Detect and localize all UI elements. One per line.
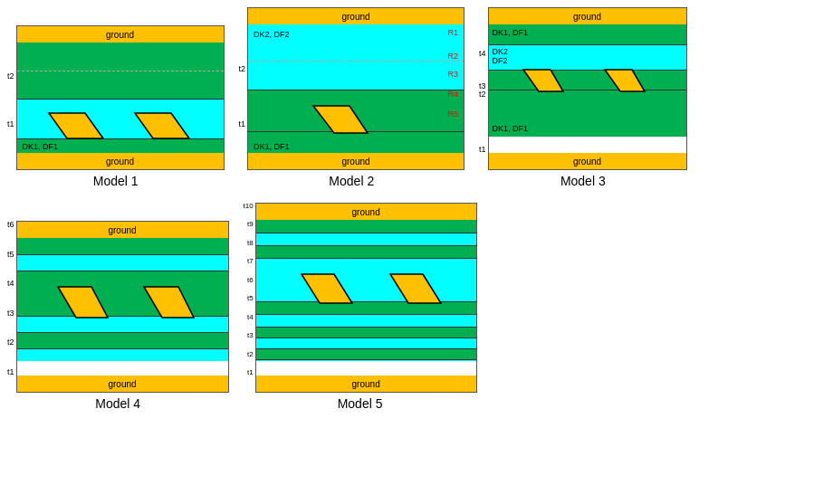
model3-box: ground DK1, DF1 DK2 DF2 <box>488 7 687 170</box>
label-t5-m4: t5 <box>7 251 14 259</box>
label-t1-m5: t1 <box>244 369 254 376</box>
label-dk1-df1-2: DK1, DF1 <box>254 142 290 151</box>
model2-box: ground ground <box>247 7 464 170</box>
label-r4-2: R4 <box>448 90 459 99</box>
model3-label: Model 3 <box>560 174 606 188</box>
label-t4-m3: t4 <box>479 50 486 68</box>
label-t3-m5: t3 <box>244 332 254 339</box>
main-container: t2 t1 ground <box>7 7 807 411</box>
model4-container: t6 t5 t4 t3 t2 t1 ground <box>7 221 229 411</box>
label-t1-m3: t1 <box>479 109 486 154</box>
model5-container: t10 t9 t8 t7 t6 t5 t4 t3 t2 t1 ground <box>244 203 477 411</box>
svg-marker-1 <box>135 113 189 138</box>
label-t2-m4: t2 <box>7 338 14 347</box>
model1-box: ground ground <box>16 25 225 170</box>
svg-marker-4 <box>605 70 645 91</box>
label-t4-m5: t4 <box>244 314 254 321</box>
label-dk2-df2-2: DK2, DF2 <box>254 30 290 39</box>
label-r2-2: R2 <box>448 52 459 61</box>
model4-label: Model 4 <box>95 396 140 411</box>
label-t10-m5: t10 <box>244 203 254 210</box>
label-t3-m3: t3 <box>479 68 486 90</box>
label-r1-2: R1 <box>448 28 459 37</box>
label-t6-m5: t6 <box>244 277 254 284</box>
models-row-1: t2 t1 ground <box>7 7 807 188</box>
label-t8-m5: t8 <box>244 240 254 247</box>
model2-container: t2 t1 ground <box>239 7 465 188</box>
label-dk1-df1-1: DK1, DF1 <box>23 142 59 151</box>
svg-marker-5 <box>58 287 108 318</box>
svg-marker-7 <box>302 274 352 303</box>
model2-label: Model 2 <box>329 174 374 188</box>
model4-box: ground ground <box>16 221 229 393</box>
label-t5-m5: t5 <box>244 295 254 302</box>
conductors-5 <box>256 204 478 394</box>
svg-marker-2 <box>313 106 368 133</box>
label-t1-m2: t1 <box>239 120 246 128</box>
svg-marker-8 <box>390 274 441 303</box>
model3-container: t4 t3 t2 t1 ground DK1, DF1 <box>479 7 687 188</box>
label-t9-m5: t9 <box>244 221 254 228</box>
svg-marker-3 <box>523 70 563 91</box>
label-t2: t2 <box>7 72 14 81</box>
model1-label: Model 1 <box>93 174 139 188</box>
conductors-3 <box>489 8 688 171</box>
label-r3-2: R3 <box>448 70 459 79</box>
svg-marker-0 <box>49 113 103 138</box>
label-t6-m4: t6 <box>7 221 14 229</box>
models-row-2: t6 t5 t4 t3 t2 t1 ground <box>7 203 807 411</box>
model5-box: ground <box>255 203 477 393</box>
label-t3-m4: t3 <box>7 309 14 318</box>
label-t1-m4: t1 <box>7 368 14 376</box>
label-t2-m3: t2 <box>479 90 486 109</box>
svg-marker-6 <box>144 287 194 318</box>
label-t7-m5: t7 <box>244 258 254 265</box>
conductors-4 <box>17 222 230 394</box>
label-t2-m2: t2 <box>239 65 246 73</box>
label-r5-2: R5 <box>448 109 459 119</box>
label-t1: t1 <box>7 120 14 128</box>
model5-label: Model 5 <box>338 396 383 411</box>
model1-container: t2 t1 ground <box>7 25 225 188</box>
label-t2-m5: t2 <box>244 351 254 358</box>
label-t4-m4: t4 <box>7 280 14 288</box>
